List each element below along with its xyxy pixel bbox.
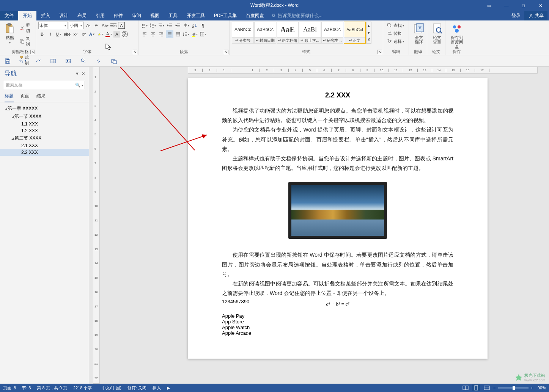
view-web-layout[interactable] xyxy=(483,384,491,391)
style-item[interactable]: AaBl↵ 硕士学... xyxy=(299,22,321,44)
character-border-button[interactable]: A xyxy=(118,22,125,29)
style-item[interactable]: AaBbCc↵ 封面日期 xyxy=(254,22,276,44)
status-section[interactable]: 节: 3 xyxy=(22,385,31,391)
status-insert-mode[interactable]: 插入 xyxy=(153,385,161,391)
style-item[interactable]: AaBbCc↵ 研究生... xyxy=(321,22,343,44)
status-language[interactable]: 中文(中国) xyxy=(102,385,121,391)
decrease-indent-button[interactable] xyxy=(166,22,173,29)
font-color-button[interactable]: A▾ xyxy=(105,30,113,38)
zoom-level[interactable]: 90% xyxy=(538,386,546,390)
tab-view[interactable]: 视图 xyxy=(146,11,164,20)
phonetic-guide-button[interactable]: wén xyxy=(110,22,117,29)
bold-button[interactable]: B xyxy=(38,30,46,38)
tab-references[interactable]: 引用 xyxy=(91,11,109,20)
change-case-button[interactable]: Aa▾ xyxy=(101,22,109,29)
styles-down-button[interactable]: ▾ xyxy=(367,29,371,36)
font-name-combo[interactable]: 宋体▾ xyxy=(38,22,68,29)
doc-image[interactable] xyxy=(288,182,387,239)
style-item[interactable]: AaBbCc↵ 分类号 xyxy=(232,22,254,44)
nav-pane-close[interactable]: ✕ xyxy=(82,71,85,76)
styles-more-button[interactable]: ⊻ xyxy=(367,36,371,43)
styles-up-button[interactable]: ▴ xyxy=(367,22,371,29)
close-button[interactable]: ✕ xyxy=(532,0,549,11)
status-macro-icon[interactable]: ▶ xyxy=(167,386,170,390)
sort-button[interactable]: AZ xyxy=(191,22,198,29)
strikethrough-button[interactable]: abc xyxy=(63,30,71,38)
qat-table-icon[interactable] xyxy=(49,57,57,65)
document-page[interactable]: 2.2 XXX 视频提供了功能强大的方法帮助您证明您的观点。当您单击联机视频时，… xyxy=(188,78,488,359)
horizontal-ruler[interactable]: 3211234567891011121314151617 xyxy=(188,67,538,74)
nav-pane-dropdown[interactable]: ▼ xyxy=(75,71,79,76)
nav-heading-item[interactable]: ◢ 第一章 XXXXX xyxy=(0,105,89,113)
cut-button[interactable]: 剪切 xyxy=(19,22,33,34)
increase-indent-button[interactable] xyxy=(174,22,182,29)
qat-link-icon[interactable] xyxy=(95,57,102,65)
paste-button[interactable]: 粘贴▾ xyxy=(2,22,17,46)
vertical-ruler[interactable]: 1234567891011121314151617181920212223242… xyxy=(93,67,100,384)
qat-find-icon[interactable] xyxy=(80,57,87,65)
styles-gallery[interactable]: AaBbCc↵ 分类号 AaBbCc↵ 封面日期 AaE↵ 论文标题 AaBl↵… xyxy=(232,22,371,44)
status-page-of[interactable]: 第 8 页，共 9 页 xyxy=(37,385,67,391)
text-effects-button[interactable]: A▾ xyxy=(88,30,96,38)
justify-button[interactable] xyxy=(166,30,173,38)
shrink-font-button[interactable]: A▾ xyxy=(93,22,101,29)
font-size-combo[interactable]: 小四▾ xyxy=(69,22,84,29)
ribbon-display-options[interactable]: ▭ xyxy=(481,0,498,11)
shading-button[interactable]: ▾ xyxy=(191,30,198,38)
character-shading-button[interactable]: A xyxy=(113,31,120,38)
distributed-button[interactable] xyxy=(174,30,182,38)
status-page[interactable]: 页面: 8 xyxy=(3,385,16,391)
zoom-slider[interactable] xyxy=(498,387,529,389)
qat-screenshot-icon[interactable] xyxy=(110,57,118,65)
save-baidu-button[interactable]: 保存到 百度网盘 xyxy=(448,22,466,50)
underline-button[interactable]: U▾ xyxy=(55,30,63,38)
nav-tab-results[interactable]: 结果 xyxy=(36,93,46,102)
nav-tab-headings[interactable]: 标题 xyxy=(5,93,14,102)
tab-baidu[interactable]: 百度网盘 xyxy=(241,11,269,20)
select-button[interactable]: 选择▾ xyxy=(385,38,406,45)
tab-insert[interactable]: 插入 xyxy=(36,11,55,20)
copy-button[interactable]: 复制 xyxy=(19,35,33,48)
tab-file[interactable]: 文件 xyxy=(0,11,18,20)
status-word-count[interactable]: 2218 个字 xyxy=(73,385,92,391)
borders-button[interactable]: ▾ xyxy=(199,30,207,38)
line-spacing-button[interactable]: ▾ xyxy=(182,30,190,38)
superscript-button[interactable]: x2 xyxy=(80,30,88,38)
font-dialog-launcher[interactable]: ⬊ xyxy=(133,50,137,54)
paragraph-dialog-launcher[interactable]: ⬊ xyxy=(224,50,228,54)
tab-mailings[interactable]: 邮件 xyxy=(109,11,127,20)
nav-search-input[interactable]: 搜索文档 🔍 ▾ xyxy=(4,81,85,89)
tab-tools[interactable]: 工具 xyxy=(164,11,182,20)
highlight-button[interactable]: ▾ xyxy=(97,30,104,38)
minimize-button[interactable]: — xyxy=(498,0,515,11)
tell-me-box[interactable]: 告诉我您想要做什么... xyxy=(269,11,322,20)
tab-layout[interactable]: 布局 xyxy=(73,11,91,20)
tab-home[interactable]: 开始 xyxy=(18,11,36,20)
bullets-button[interactable]: ▾ xyxy=(141,22,148,29)
view-read-mode[interactable] xyxy=(461,384,470,391)
enclose-characters-button[interactable]: 字 xyxy=(121,30,129,38)
tab-developer[interactable]: 开发工具 xyxy=(182,11,209,20)
subscript-button[interactable]: x2 xyxy=(72,30,79,38)
styles-dialog-launcher[interactable]: ⬊ xyxy=(378,50,382,54)
asian-layout-button[interactable]: ▾ xyxy=(182,22,190,29)
nav-heading-item[interactable]: 1.2 XXX xyxy=(0,127,89,134)
zoom-in-button[interactable]: + xyxy=(531,386,533,390)
translate-button[interactable]: 文全文 翻译 xyxy=(411,22,426,45)
align-right-button[interactable] xyxy=(157,30,165,38)
search-icon[interactable]: 🔍 ▾ xyxy=(75,83,83,88)
view-print-layout[interactable] xyxy=(472,384,480,391)
tab-review[interactable]: 审阅 xyxy=(127,11,146,20)
align-left-button[interactable] xyxy=(141,30,148,38)
nav-tab-pages[interactable]: 页面 xyxy=(20,93,30,102)
align-center-button[interactable] xyxy=(149,30,157,38)
nav-heading-item[interactable]: ◢ 第二节 XXXX xyxy=(0,134,89,142)
nav-heading-item[interactable]: 2.2 XXX xyxy=(0,149,89,156)
replace-button[interactable]: 替换 xyxy=(385,30,403,37)
tab-design[interactable]: 设计 xyxy=(55,11,73,20)
style-item[interactable]: AaE↵ 论文标题 xyxy=(277,22,299,44)
italic-button[interactable]: I xyxy=(47,30,54,38)
multilevel-list-button[interactable]: ▾ xyxy=(157,22,165,29)
grow-font-button[interactable]: A▴ xyxy=(85,22,92,29)
qat-redo-icon[interactable] xyxy=(34,57,42,65)
